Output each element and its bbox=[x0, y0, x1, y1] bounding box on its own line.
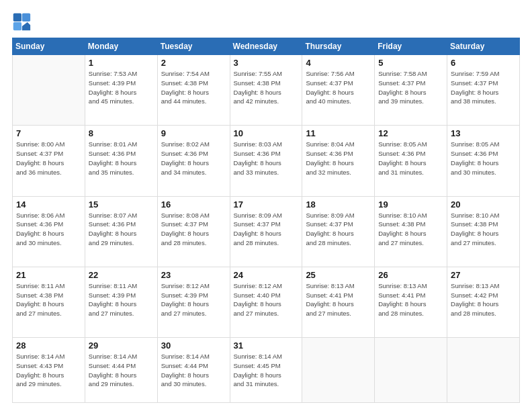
calendar-cell: 4Sunrise: 7:56 AMSunset: 4:37 PMDaylight… bbox=[302, 55, 375, 126]
day-number: 15 bbox=[89, 199, 154, 210]
day-info: Sunrise: 8:05 AMSunset: 4:36 PMDaylight:… bbox=[378, 140, 443, 177]
calendar-week-1: 1Sunrise: 7:53 AMSunset: 4:39 PMDaylight… bbox=[13, 55, 520, 126]
logo bbox=[12, 12, 34, 31]
svg-rect-1 bbox=[22, 13, 30, 21]
day-info: Sunrise: 8:09 AMSunset: 4:37 PMDaylight:… bbox=[234, 211, 299, 248]
day-info: Sunrise: 8:11 AMSunset: 4:38 PMDaylight:… bbox=[16, 281, 81, 318]
day-number: 20 bbox=[451, 199, 516, 210]
calendar-cell: 3Sunrise: 7:55 AMSunset: 4:38 PMDaylight… bbox=[230, 55, 302, 126]
day-number: 10 bbox=[234, 128, 299, 138]
day-number: 29 bbox=[89, 340, 154, 351]
calendar-cell: 2Sunrise: 7:54 AMSunset: 4:38 PMDaylight… bbox=[157, 55, 230, 126]
day-number: 1 bbox=[89, 58, 154, 68]
day-number: 2 bbox=[161, 58, 226, 68]
day-number: 28 bbox=[16, 340, 81, 351]
day-info: Sunrise: 8:14 AMSunset: 4:44 PMDaylight:… bbox=[161, 352, 226, 389]
calendar-cell: 28Sunrise: 8:14 AMSunset: 4:43 PMDayligh… bbox=[13, 338, 85, 403]
day-info: Sunrise: 8:14 AMSunset: 4:43 PMDaylight:… bbox=[16, 352, 81, 389]
header bbox=[12, 12, 520, 31]
calendar-cell: 19Sunrise: 8:10 AMSunset: 4:38 PMDayligh… bbox=[375, 196, 447, 267]
calendar-cell: 9Sunrise: 8:02 AMSunset: 4:36 PMDaylight… bbox=[157, 126, 230, 196]
weekday-header-tuesday: Tuesday bbox=[157, 38, 230, 55]
weekday-header-monday: Monday bbox=[85, 38, 157, 55]
day-info: Sunrise: 7:53 AMSunset: 4:39 PMDaylight:… bbox=[89, 69, 154, 106]
calendar-cell bbox=[375, 338, 447, 403]
day-info: Sunrise: 8:05 AMSunset: 4:36 PMDaylight:… bbox=[451, 140, 516, 177]
day-info: Sunrise: 8:13 AMSunset: 4:41 PMDaylight:… bbox=[378, 281, 443, 318]
calendar-cell bbox=[447, 338, 520, 403]
svg-rect-0 bbox=[13, 13, 21, 21]
day-number: 7 bbox=[16, 128, 81, 138]
weekday-header-friday: Friday bbox=[375, 38, 447, 55]
day-info: Sunrise: 8:03 AMSunset: 4:36 PMDaylight:… bbox=[234, 140, 299, 177]
day-info: Sunrise: 7:55 AMSunset: 4:38 PMDaylight:… bbox=[234, 69, 299, 106]
calendar-cell: 18Sunrise: 8:09 AMSunset: 4:37 PMDayligh… bbox=[302, 196, 375, 267]
day-number: 14 bbox=[16, 199, 81, 210]
weekday-header-thursday: Thursday bbox=[302, 38, 375, 55]
day-number: 30 bbox=[161, 340, 226, 351]
day-number: 19 bbox=[378, 199, 443, 210]
calendar-cell: 15Sunrise: 8:07 AMSunset: 4:36 PMDayligh… bbox=[85, 196, 157, 267]
calendar-week-4: 21Sunrise: 8:11 AMSunset: 4:38 PMDayligh… bbox=[13, 267, 520, 337]
weekday-header-wednesday: Wednesday bbox=[230, 38, 302, 55]
calendar-table: SundayMondayTuesdayWednesdayThursdayFrid… bbox=[12, 38, 520, 403]
day-number: 27 bbox=[451, 270, 516, 280]
calendar-cell: 26Sunrise: 8:13 AMSunset: 4:41 PMDayligh… bbox=[375, 267, 447, 337]
day-number: 8 bbox=[89, 128, 154, 138]
day-number: 17 bbox=[234, 199, 299, 210]
day-number: 3 bbox=[234, 58, 299, 68]
calendar-cell: 8Sunrise: 8:01 AMSunset: 4:36 PMDaylight… bbox=[85, 126, 157, 196]
day-number: 11 bbox=[306, 128, 371, 138]
day-number: 18 bbox=[306, 199, 371, 210]
day-info: Sunrise: 8:00 AMSunset: 4:37 PMDaylight:… bbox=[16, 140, 81, 177]
day-info: Sunrise: 7:58 AMSunset: 4:37 PMDaylight:… bbox=[378, 69, 443, 106]
calendar-cell: 6Sunrise: 7:59 AMSunset: 4:37 PMDaylight… bbox=[447, 55, 520, 126]
day-info: Sunrise: 8:10 AMSunset: 4:38 PMDaylight:… bbox=[451, 211, 516, 248]
calendar-cell: 12Sunrise: 8:05 AMSunset: 4:36 PMDayligh… bbox=[375, 126, 447, 196]
calendar-cell: 21Sunrise: 8:11 AMSunset: 4:38 PMDayligh… bbox=[13, 267, 85, 337]
day-info: Sunrise: 8:04 AMSunset: 4:36 PMDaylight:… bbox=[306, 140, 371, 177]
weekday-header-sunday: Sunday bbox=[13, 38, 85, 55]
day-info: Sunrise: 8:06 AMSunset: 4:36 PMDaylight:… bbox=[16, 211, 81, 248]
calendar-cell: 20Sunrise: 8:10 AMSunset: 4:38 PMDayligh… bbox=[447, 196, 520, 267]
day-info: Sunrise: 8:01 AMSunset: 4:36 PMDaylight:… bbox=[89, 140, 154, 177]
day-number: 4 bbox=[306, 58, 371, 68]
calendar-cell: 30Sunrise: 8:14 AMSunset: 4:44 PMDayligh… bbox=[157, 338, 230, 403]
day-number: 6 bbox=[451, 58, 516, 68]
calendar-cell: 22Sunrise: 8:11 AMSunset: 4:39 PMDayligh… bbox=[85, 267, 157, 337]
day-info: Sunrise: 8:09 AMSunset: 4:37 PMDaylight:… bbox=[306, 211, 371, 248]
calendar-cell: 17Sunrise: 8:09 AMSunset: 4:37 PMDayligh… bbox=[230, 196, 302, 267]
calendar-cell: 10Sunrise: 8:03 AMSunset: 4:36 PMDayligh… bbox=[230, 126, 302, 196]
calendar-cell: 31Sunrise: 8:14 AMSunset: 4:45 PMDayligh… bbox=[230, 338, 302, 403]
day-info: Sunrise: 8:07 AMSunset: 4:36 PMDaylight:… bbox=[89, 211, 154, 248]
calendar-cell: 1Sunrise: 7:53 AMSunset: 4:39 PMDaylight… bbox=[85, 55, 157, 126]
calendar-cell: 24Sunrise: 8:12 AMSunset: 4:40 PMDayligh… bbox=[230, 267, 302, 337]
day-info: Sunrise: 7:54 AMSunset: 4:38 PMDaylight:… bbox=[161, 69, 226, 106]
calendar-page: SundayMondayTuesdayWednesdayThursdayFrid… bbox=[0, 0, 532, 411]
svg-marker-3 bbox=[22, 22, 30, 30]
calendar-week-5: 28Sunrise: 8:14 AMSunset: 4:43 PMDayligh… bbox=[13, 338, 520, 403]
day-info: Sunrise: 7:56 AMSunset: 4:37 PMDaylight:… bbox=[306, 69, 371, 106]
day-info: Sunrise: 8:08 AMSunset: 4:37 PMDaylight:… bbox=[161, 211, 226, 248]
weekday-header-row: SundayMondayTuesdayWednesdayThursdayFrid… bbox=[13, 38, 520, 55]
calendar-cell bbox=[302, 338, 375, 403]
day-info: Sunrise: 8:14 AMSunset: 4:45 PMDaylight:… bbox=[234, 352, 299, 389]
day-number: 23 bbox=[161, 270, 226, 280]
calendar-cell: 29Sunrise: 8:14 AMSunset: 4:44 PMDayligh… bbox=[85, 338, 157, 403]
day-number: 9 bbox=[161, 128, 226, 138]
calendar-cell: 5Sunrise: 7:58 AMSunset: 4:37 PMDaylight… bbox=[375, 55, 447, 126]
calendar-cell: 11Sunrise: 8:04 AMSunset: 4:36 PMDayligh… bbox=[302, 126, 375, 196]
day-number: 31 bbox=[234, 340, 299, 351]
calendar-cell: 23Sunrise: 8:12 AMSunset: 4:39 PMDayligh… bbox=[157, 267, 230, 337]
calendar-cell: 7Sunrise: 8:00 AMSunset: 4:37 PMDaylight… bbox=[13, 126, 85, 196]
calendar-cell: 13Sunrise: 8:05 AMSunset: 4:36 PMDayligh… bbox=[447, 126, 520, 196]
calendar-cell: 27Sunrise: 8:13 AMSunset: 4:42 PMDayligh… bbox=[447, 267, 520, 337]
day-number: 21 bbox=[16, 270, 81, 280]
calendar-cell: 25Sunrise: 8:13 AMSunset: 4:41 PMDayligh… bbox=[302, 267, 375, 337]
day-info: Sunrise: 8:13 AMSunset: 4:41 PMDaylight:… bbox=[306, 281, 371, 318]
day-number: 5 bbox=[378, 58, 443, 68]
logo-icon bbox=[12, 12, 31, 31]
day-number: 12 bbox=[378, 128, 443, 138]
day-number: 13 bbox=[451, 128, 516, 138]
day-number: 24 bbox=[234, 270, 299, 280]
